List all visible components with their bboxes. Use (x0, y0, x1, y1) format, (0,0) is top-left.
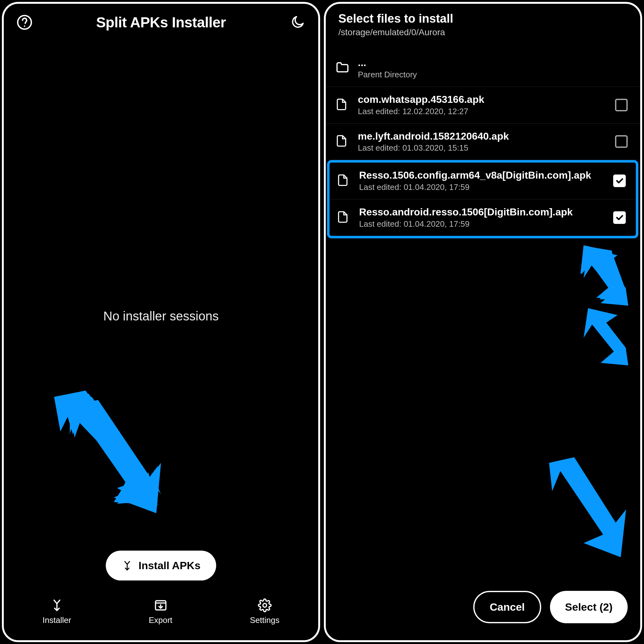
file-row-whatsapp[interactable]: com.whatsapp.453166.apk Last edited: 12.… (326, 87, 640, 124)
help-icon[interactable] (16, 14, 33, 31)
file-picker-screen: Select files to install /storage/emulate… (324, 2, 642, 642)
file-icon (336, 173, 351, 189)
cancel-label: Cancel (490, 601, 525, 613)
nav-settings-label: Settings (250, 615, 280, 625)
empty-state-text: No installer sessions (4, 37, 318, 595)
picker-header: Select files to install /storage/emulate… (326, 4, 640, 41)
checkbox-checked[interactable] (613, 175, 626, 187)
checkbox[interactable] (615, 135, 628, 148)
select-label: Select (2) (565, 601, 613, 613)
nav-settings[interactable]: Settings (250, 598, 280, 625)
svg-point-1 (24, 25, 25, 27)
installer-screen: Split APKs Installer No installer sessio… (2, 2, 320, 642)
file-name: Resso.android.resso.1506[DigitBin.com].a… (359, 206, 605, 218)
file-name: com.whatsapp.453166.apk (358, 94, 607, 105)
nav-installer[interactable]: Installer (42, 598, 71, 625)
page-title: Split APKs Installer (96, 14, 226, 31)
cancel-button[interactable]: Cancel (473, 591, 541, 623)
app-topbar: Split APKs Installer (4, 4, 318, 37)
picker-title: Select files to install (338, 12, 628, 25)
file-icon (335, 97, 350, 113)
parent-label: Parent Directory (358, 70, 628, 80)
picker-buttons: Cancel Select (2) (473, 591, 628, 623)
picker-path: /storage/emulated/0/Aurora (338, 27, 628, 37)
svg-point-3 (263, 603, 267, 607)
file-name: me.lyft.android.1582120640.apk (358, 130, 607, 142)
file-name: Resso.1506.config.arm64_v8a[DigitBin.com… (359, 169, 605, 181)
file-row-lyft[interactable]: me.lyft.android.1582120640.apk Last edit… (326, 124, 640, 160)
file-subtitle: Last edited: 01.03.2020, 15:15 (358, 143, 607, 153)
nav-installer-label: Installer (42, 615, 71, 625)
checkbox-checked[interactable] (613, 211, 626, 224)
parent-directory-row[interactable]: ... Parent Directory (326, 50, 640, 87)
merge-arrow-icon (121, 560, 133, 571)
installer-icon (50, 598, 64, 612)
parent-dots: ... (358, 57, 628, 69)
select-button[interactable]: Select (2) (550, 591, 628, 623)
checkbox[interactable] (615, 99, 628, 111)
theme-moon-icon[interactable] (289, 14, 306, 31)
gear-icon (258, 598, 272, 612)
file-row-resso-base[interactable]: Resso.android.resso.1506[DigitBin.com].a… (330, 199, 636, 236)
file-icon (336, 210, 351, 225)
file-row-resso-config[interactable]: Resso.1506.config.arm64_v8a[DigitBin.com… (330, 163, 636, 199)
bottom-nav: Installer Export Settings (4, 595, 318, 640)
nav-export[interactable]: Export (149, 598, 172, 625)
file-subtitle: Last edited: 01.04.2020, 17:59 (359, 219, 605, 229)
file-list: ... Parent Directory com.whatsapp.453166… (326, 50, 640, 640)
folder-icon (335, 60, 350, 76)
install-apks-label: Install APKs (138, 559, 200, 572)
install-apks-button[interactable]: Install APKs (106, 551, 216, 580)
file-icon (335, 134, 350, 149)
selected-files-highlight: Resso.1506.config.arm64_v8a[DigitBin.com… (327, 160, 638, 238)
file-subtitle: Last edited: 12.02.2020, 12:27 (358, 107, 607, 116)
file-subtitle: Last edited: 01.04.2020, 17:59 (359, 182, 605, 192)
nav-export-label: Export (149, 615, 172, 625)
export-icon (154, 598, 168, 612)
